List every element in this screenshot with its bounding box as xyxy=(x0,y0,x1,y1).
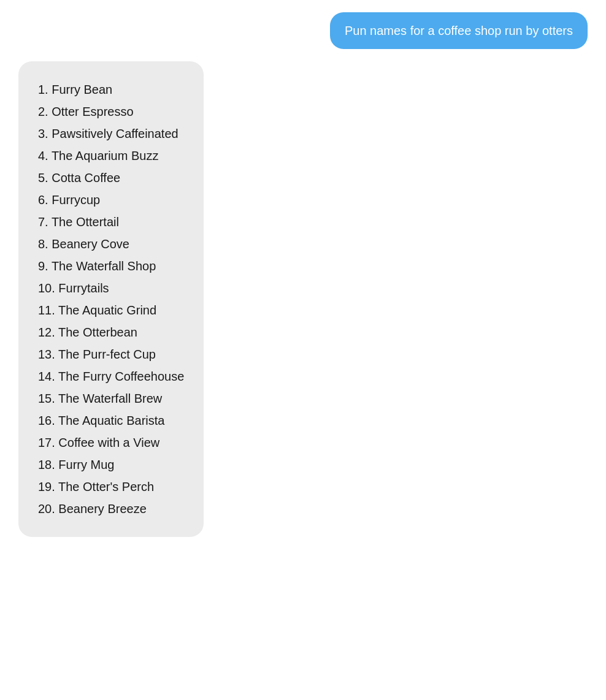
list-item: 11. The Aquatic Grind xyxy=(38,299,184,321)
list-item: 16. The Aquatic Barista xyxy=(38,409,184,432)
list-item: 15. The Waterfall Brew xyxy=(38,387,184,409)
user-message-text: Pun names for a coffee shop run by otter… xyxy=(345,24,573,37)
list-item: 7. The Ottertail xyxy=(38,211,184,233)
list-item: 9. The Waterfall Shop xyxy=(38,255,184,277)
list-item: 20. Beanery Breeze xyxy=(38,498,184,520)
list-item: 19. The Otter's Perch xyxy=(38,476,184,498)
list-item: 13. The Purr-fect Cup xyxy=(38,343,184,365)
list-item: 1. Furry Bean xyxy=(38,78,184,101)
list-item: 6. Furrycup xyxy=(38,189,184,211)
assistant-message-row: 1. Furry Bean2. Otter Espresso3. Pawsiti… xyxy=(12,61,594,537)
assistant-bubble: 1. Furry Bean2. Otter Espresso3. Pawsiti… xyxy=(18,61,204,537)
list-item: 14. The Furry Coffeehouse xyxy=(38,365,184,387)
list-item: 8. Beanery Cove xyxy=(38,233,184,255)
list-item: 17. Coffee with a View xyxy=(38,432,184,454)
list-item: 12. The Otterbean xyxy=(38,321,184,343)
list-item: 2. Otter Espresso xyxy=(38,101,184,123)
list-item: 18. Furry Mug xyxy=(38,454,184,476)
user-bubble: Pun names for a coffee shop run by otter… xyxy=(330,12,588,49)
list-item: 10. Furrytails xyxy=(38,277,184,299)
user-message-row: Pun names for a coffee shop run by otter… xyxy=(12,12,594,49)
chat-container: Pun names for a coffee shop run by otter… xyxy=(12,12,594,537)
list-item: 4. The Aquarium Buzz xyxy=(38,145,184,167)
list-item: 5. Cotta Coffee xyxy=(38,167,184,189)
list-item: 3. Pawsitively Caffeinated xyxy=(38,123,184,145)
